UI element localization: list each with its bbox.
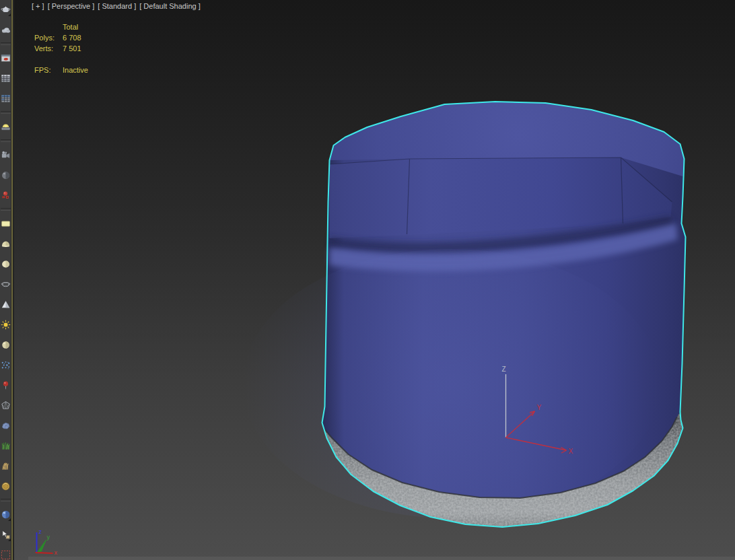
- viewport-canvas[interactable]: Z Y X z x y: [14, 0, 735, 560]
- render-setup-icon[interactable]: [0, 50, 11, 65]
- cloud-environment-icon[interactable]: [0, 22, 11, 37]
- toolbar-separator: [1, 42, 11, 45]
- camera-icon[interactable]: [0, 147, 11, 162]
- disc-icon[interactable]: [0, 256, 11, 271]
- teapot-render-icon[interactable]: [0, 2, 11, 17]
- stats-header-row: Total: [34, 22, 88, 32]
- light-lister-icon[interactable]: [0, 119, 11, 134]
- viewport-menu-pov[interactable]: [ Perspective ]: [48, 2, 95, 10]
- region-select-icon[interactable]: [0, 547, 11, 560]
- stats-polys-row: Polys: 6 708: [34, 32, 88, 43]
- red-pin-icon[interactable]: [0, 378, 11, 392]
- dome-icon[interactable]: [0, 236, 11, 251]
- coin-icon[interactable]: [0, 479, 11, 493]
- sphere-gray-icon[interactable]: [0, 168, 11, 182]
- viewport-menu-shading[interactable]: [ Default Shading ]: [139, 2, 201, 10]
- world-axis-icon: z x y: [36, 528, 58, 556]
- polyhedron-wire-icon[interactable]: [0, 398, 11, 413]
- toolbar-separator: [1, 111, 11, 114]
- cone-icon[interactable]: [0, 297, 11, 312]
- grass-icon[interactable]: [0, 438, 11, 453]
- table-grid-icon[interactable]: [0, 71, 11, 85]
- stats-fps-value: Inactive: [63, 65, 88, 75]
- viewport[interactable]: Z Y X z x y [ + ][ Perspective ][ Standa…: [14, 0, 735, 560]
- sphere-blue-icon[interactable]: [0, 507, 11, 522]
- plane-icon[interactable]: [0, 216, 11, 231]
- application-window: { "viewport": { "label": { "pov": "[ + ]…: [0, 0, 735, 560]
- left-toolbar: [0, 0, 11, 560]
- stats-verts-label: Verts:: [34, 43, 61, 54]
- statistics-overlay: Total Polys: 6 708 Verts: 7 501 FPS: Ina…: [34, 22, 88, 75]
- pivot-axis-y-label: Y: [537, 404, 542, 411]
- red-record-icon[interactable]: [0, 188, 11, 203]
- toolbar-separator: [1, 139, 11, 142]
- hair-icon[interactable]: [0, 458, 11, 473]
- pivot-axis-x-label: X: [569, 448, 573, 455]
- stats-header-label: [34, 22, 61, 32]
- world-axis-y-label: y: [47, 534, 50, 540]
- sphere-cream-icon[interactable]: [0, 337, 11, 352]
- model-body-sheen: [243, 249, 660, 518]
- teapot-wireframe-icon[interactable]: [0, 277, 11, 291]
- viewport-label: [ + ][ Perspective ][ Standard ][ Defaul…: [32, 2, 204, 10]
- stats-polys-value: 6 708: [63, 32, 88, 43]
- model-oil-filter[interactable]: [243, 102, 686, 527]
- world-axis-x-label: x: [55, 549, 58, 556]
- stats-header-value: Total: [63, 22, 88, 32]
- viewport-menu-renderer[interactable]: [ Standard ]: [98, 2, 136, 10]
- rock-icon[interactable]: [0, 418, 11, 433]
- select-object-icon[interactable]: [0, 527, 11, 542]
- stats-fps-label: FPS:: [34, 65, 61, 75]
- table-blue-icon[interactable]: [0, 91, 11, 106]
- toolbar-separator: [1, 208, 11, 211]
- stats-verts-row: Verts: 7 501: [34, 43, 88, 54]
- bottom-strip: [28, 557, 735, 560]
- stats-verts-value: 7 501: [63, 43, 88, 54]
- toolbar-separator: [1, 499, 11, 501]
- sun-icon[interactable]: [0, 317, 11, 332]
- stats-polys-label: Polys:: [34, 32, 61, 43]
- viewport-menu-general[interactable]: [ + ]: [32, 2, 44, 10]
- scatter-dots-icon[interactable]: [0, 357, 11, 372]
- pivot-axis-z-label: Z: [501, 365, 505, 373]
- stats-fps-row: FPS: Inactive: [34, 65, 88, 75]
- world-axis-z-label: z: [39, 528, 42, 535]
